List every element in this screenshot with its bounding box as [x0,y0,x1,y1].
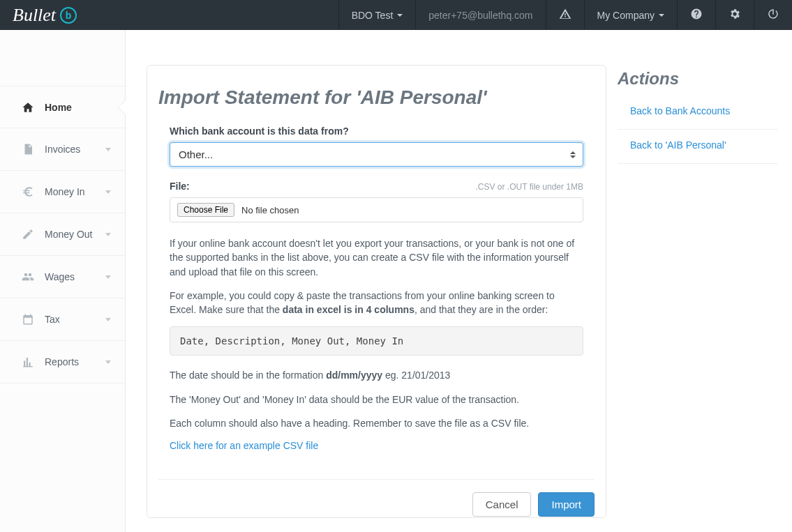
chevron-down-icon [105,360,111,364]
page-title: Import Statement for 'AIB Personal' [158,86,595,109]
warning-icon [559,8,571,22]
back-to-account-link[interactable]: Back to 'AIB Personal' [630,139,726,151]
cancel-button[interactable]: Cancel [472,492,532,517]
account-dropdown[interactable]: BDO Test [338,0,416,30]
text: eg. 21/01/2013 [382,370,450,381]
card-footer: Cancel Import [158,479,595,517]
chart-icon [21,356,35,368]
bank-account-select-wrap[interactable]: Other... [170,142,583,167]
actions-panel: Actions Back to Bank Accounts Back to 'A… [618,65,778,518]
sidebar-item-money-out[interactable]: Money Out [0,213,125,256]
brand-text: Bullet [13,5,56,26]
back-to-bank-accounts-link[interactable]: Back to Bank Accounts [630,105,730,116]
main-content: Import Statement for 'AIB Personal' Whic… [126,30,792,532]
text-bold: dd/mm/yyyy [326,370,382,381]
user-email[interactable]: peter+75@bullethq.com [415,0,545,30]
bank-account-group: Which bank account is this data from? Ot… [170,126,583,167]
bank-account-label: Which bank account is this data from? [170,126,583,137]
sidebar-item-label: Invoices [45,144,105,155]
file-group: File: .CSV or .OUT file under 1MB Choose… [170,181,583,222]
action-item: Back to Bank Accounts [618,102,778,130]
sidebar-item-label: Money In [45,186,105,197]
user-email-text: peter+75@bullethq.com [428,10,532,21]
help-paragraph-2: For example, you could copy & paste the … [170,289,583,317]
chevron-down-icon [397,14,403,17]
edit-icon [21,228,35,241]
file-status: No file chosen [241,205,299,215]
file-input-box[interactable]: Choose File No file chosen [170,197,583,222]
alerts-button[interactable] [546,0,584,30]
sidebar: Home Invoices Money In Money Out [0,30,126,532]
help-paragraph-4: The 'Money Out' and 'Money In' data shou… [170,393,583,406]
help-paragraph-1: If your online bank account doesn't let … [170,236,583,279]
sidebar-item-money-in[interactable]: Money In [0,171,125,213]
logout-button[interactable] [754,0,792,30]
chevron-down-icon [659,14,664,17]
bank-account-select[interactable]: Other... [170,143,583,166]
euro-icon [21,185,35,198]
sidebar-item-reports[interactable]: Reports [0,341,125,383]
top-navbar: Bullet b BDO Test peter+75@bullethq.com … [0,0,792,30]
settings-button[interactable] [715,0,754,30]
file-hint: .CSV or .OUT file under 1MB [476,182,584,192]
chevron-down-icon [105,233,111,236]
sidebar-item-wages[interactable]: Wages [0,256,125,298]
sidebar-item-invoices[interactable]: Invoices [0,128,125,171]
file-label: File: [170,181,190,192]
sidebar-item-label: Wages [45,271,105,282]
columns-code: Date, Description, Money Out, Money In [170,326,583,356]
account-dropdown-label: BDO Test [352,10,394,21]
company-dropdown[interactable]: My Company [584,0,677,30]
users-icon [21,271,35,283]
brand-icon: b [60,7,77,24]
chevron-down-icon [105,190,111,194]
help-icon [690,8,703,22]
choose-file-button[interactable]: Choose File [177,203,234,217]
sidebar-item-home[interactable]: Home [0,86,125,128]
example-csv-link[interactable]: Click here for an example CSV file [170,440,318,451]
help-button[interactable] [677,0,715,30]
import-button[interactable]: Import [538,492,595,517]
chevron-down-icon [105,318,111,321]
power-icon [767,8,779,22]
sidebar-item-label: Tax [45,314,105,325]
sidebar-item-tax[interactable]: Tax [0,298,125,341]
calendar-icon [21,313,35,326]
sidebar-item-label: Money Out [45,229,105,240]
text: The date should be in the formation [170,370,326,381]
text-bold: data in excel is in 4 columns [283,304,414,315]
sidebar-item-label: Reports [45,356,105,367]
chevron-down-icon [105,275,111,279]
import-card: Import Statement for 'AIB Personal' Whic… [147,65,606,518]
help-paragraph-3: The date should be in the formation dd/m… [170,368,583,382]
action-item: Back to 'AIB Personal' [618,130,778,164]
help-paragraph-5: Each column should also have a heading. … [170,416,583,430]
text: , and that they are in the order: [414,304,548,315]
brand-logo[interactable]: Bullet b [0,0,89,30]
sidebar-item-label: Home [45,102,111,113]
home-icon [21,101,35,114]
actions-title: Actions [618,69,778,89]
company-dropdown-label: My Company [597,10,655,21]
gear-icon [729,8,741,22]
chevron-down-icon [105,148,111,151]
file-icon [21,143,35,155]
